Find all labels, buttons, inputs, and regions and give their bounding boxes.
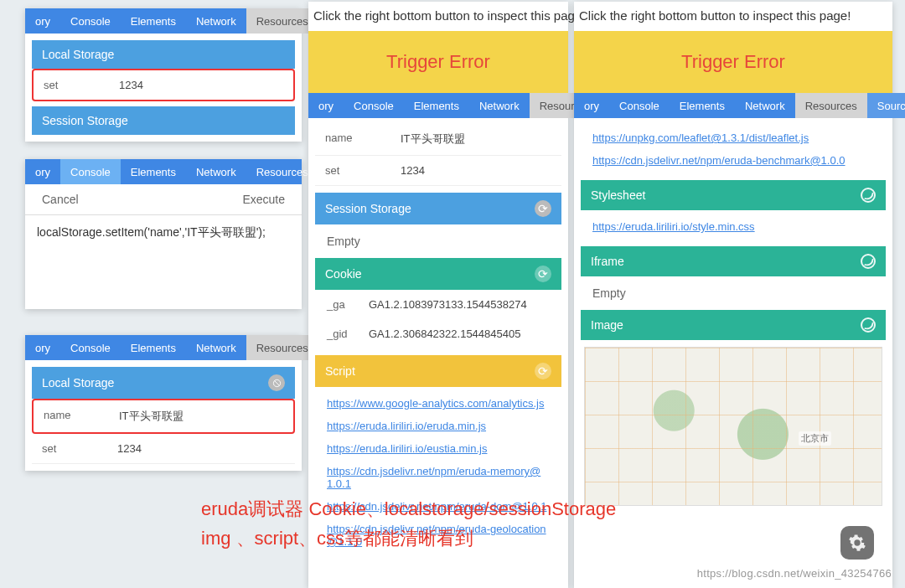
tab-resources[interactable]: Resources [246,335,318,360]
console-input[interactable]: localStorage.setItem('name','IT平头哥联盟'); [25,214,302,250]
watermark: https://blog.csdn.net/weixin_43254766 [697,567,892,580]
storage-value: 1234 [401,164,551,177]
devtools-tabs: ory Console Elements Network Resources S… [574,93,892,118]
execute-button[interactable]: Execute [242,193,285,206]
storage-value: 1234 [117,442,285,455]
annotation-text: eruda调试器 Cookie、localstorage/sessionStor… [201,494,616,553]
cookie-header: Cookie ⟳ [315,258,561,290]
tab-resources[interactable]: Resources [246,159,318,184]
cookie-key: _gid [327,328,369,340]
storage-key: name [325,132,401,147]
devtools-tabs: ory Console Elements Network Resources S [25,335,302,360]
local-storage-header: Local Storage [32,40,295,69]
stylesheet-link[interactable]: https://eruda.liriliri.io/style.min.css [592,215,874,238]
tab-network[interactable]: Network [186,159,246,184]
cookie-row[interactable]: _ga GA1.2.1083973133.1544538274 [315,290,561,319]
tab-ory[interactable]: ory [25,8,60,34]
refresh-icon[interactable] [861,188,876,203]
iframe-title: Iframe [591,255,624,268]
cancel-button[interactable]: Cancel [42,193,79,206]
tab-elements[interactable]: Elements [121,159,186,184]
cookie-title: Cookie [325,267,362,281]
trigger-error-button[interactable]: Trigger Error [308,31,568,93]
cookie-value: GA1.2.1083973133.1544538274 [369,298,527,311]
devtools-tabs: ory Console Elements Network Resources [308,93,568,118]
storage-value: IT平头哥联盟 [401,132,551,147]
empty-label: Empty [581,276,886,310]
tab-elements[interactable]: Elements [121,335,186,360]
refresh-icon[interactable] [861,317,876,333]
script-title: Script [325,364,355,378]
map-image [584,347,882,506]
tab-network[interactable]: Network [186,8,246,34]
tab-resources[interactable]: Resources [246,8,318,34]
local-storage-header: Local Storage [32,367,295,399]
hint-text: Click the right bottom button to inspect… [308,2,568,31]
empty-label: Empty [315,224,561,258]
refresh-icon[interactable]: ⟳ [535,266,551,282]
script-link[interactable]: https://eruda.liriliri.io/eustia.min.js [327,437,550,460]
tab-elements[interactable]: Elements [670,93,735,118]
tab-console[interactable]: Console [60,159,121,184]
annotation-line: eruda调试器 Cookie、localstorage/sessionStor… [201,494,616,524]
script-link[interactable]: https://www.google-analytics.com/analyti… [327,392,550,415]
refresh-icon[interactable] [861,254,876,269]
storage-key: name [44,409,119,424]
tab-ory[interactable]: ory [25,159,60,184]
cookie-row[interactable]: _gid GA1.2.306842322.1544845405 [315,319,561,348]
storage-row[interactable]: set 1234 [32,434,295,464]
storage-row[interactable]: set 1234 [32,69,295,101]
tab-console[interactable]: Console [344,93,404,118]
script-links: https://unpkg.com/leaflet@1.3.1/dist/lea… [581,123,886,180]
refresh-icon[interactable]: ⟳ [535,363,551,379]
storage-row[interactable]: name IT平头哥联盟 [32,399,295,434]
tab-resources[interactable]: Resources [795,93,867,118]
iframe-header: Iframe [581,246,886,276]
devtools-tabs: ory Console Elements Network Resources [25,8,302,34]
session-storage-header: Session Storage [32,106,295,135]
tab-sources[interactable]: Sources [867,93,905,118]
tab-network[interactable]: Network [186,335,246,360]
storage-row[interactable]: name IT平头哥联盟 [315,123,561,156]
devtools-tabs: ory Console Elements Network Resources [25,159,302,184]
tab-ory[interactable]: ory [574,93,609,118]
storage-value: IT平头哥联盟 [119,409,283,424]
script-link[interactable]: https://eruda.liriliri.io/eruda.min.js [327,415,550,437]
script-link[interactable]: https://unpkg.com/leaflet@1.3.1/dist/lea… [592,126,874,149]
storage-key: set [42,442,117,455]
trigger-error-button[interactable]: Trigger Error [574,31,892,93]
tab-ory[interactable]: ory [25,335,60,360]
script-header: Script ⟳ [315,355,561,387]
image-title: Image [591,318,623,332]
hint-text: Click the right bottom button to inspect… [574,2,892,31]
script-link[interactable]: https://cdn.jsdelivr.net/npm/eruda-bench… [592,149,874,172]
storage-row[interactable]: set 1234 [315,156,561,186]
tab-network[interactable]: Network [469,93,530,118]
cookie-value: GA1.2.306842322.1544845405 [369,328,520,340]
tab-elements[interactable]: Elements [121,8,186,34]
storage-key: set [325,164,401,177]
session-storage-title: Session Storage [325,202,411,215]
image-header: Image [581,310,886,340]
tab-console[interactable]: Console [609,93,670,118]
tab-console[interactable]: Console [60,8,121,34]
stylesheet-header: Stylesheet [581,180,886,210]
session-storage-header: Session Storage ⟳ [315,193,561,224]
tab-elements[interactable]: Elements [404,93,469,118]
stylesheet-links: https://eruda.liriliri.io/style.min.css [581,210,886,246]
script-link[interactable]: https://cdn.jsdelivr.net/npm/eruda-memor… [327,460,550,495]
annotation-line: img 、script、css等都能清晰看到 [201,524,616,553]
storage-key: set [44,79,119,91]
local-storage-title: Local Storage [42,376,114,389]
tab-ory[interactable]: ory [308,93,344,118]
cookie-key: _ga [327,298,369,311]
clear-icon[interactable] [268,374,285,391]
tab-console[interactable]: Console [60,335,121,360]
refresh-icon[interactable]: ⟳ [535,200,551,217]
tab-network[interactable]: Network [735,93,795,118]
stylesheet-title: Stylesheet [591,188,645,202]
storage-value: 1234 [119,79,283,91]
inspect-gear-button[interactable] [840,526,874,560]
